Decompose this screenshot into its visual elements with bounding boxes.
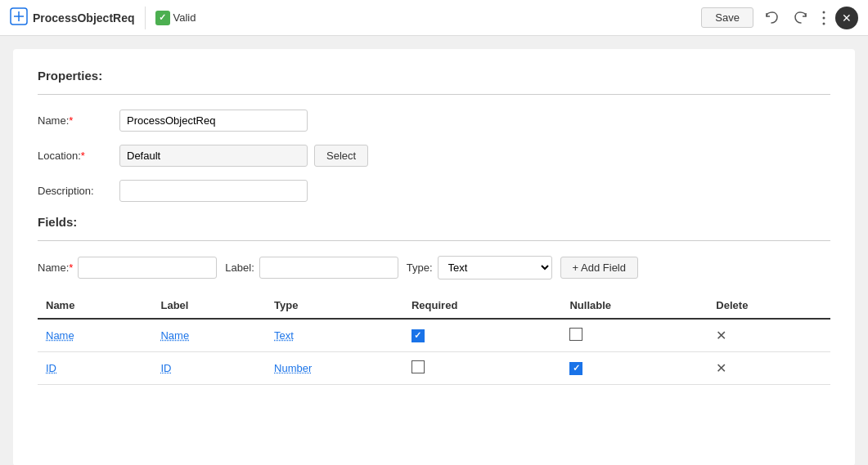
undo-button[interactable] [760,7,783,29]
properties-title: Properties: [38,69,830,83]
fields-table: Name Label Type Required Nullable Delete… [38,293,830,385]
name-label: Name:* [38,114,119,127]
app-icon [10,7,28,28]
cell-label: Name [152,319,266,352]
cell-label: ID [152,352,266,385]
name-input[interactable] [119,110,308,132]
description-input[interactable] [119,180,308,202]
cell-required [403,352,561,385]
field-type-select[interactable]: Text Number Boolean Date [438,256,552,279]
fields-title: Fields: [38,215,830,229]
save-button[interactable]: Save [701,7,753,28]
field-type-label: Type: [407,262,433,274]
field-label-label: Label: [225,262,254,274]
location-input[interactable] [119,145,308,167]
required-checkbox[interactable] [412,360,425,373]
field-type-group: Type: Text Number Boolean Date [407,256,552,279]
th-nullable: Nullable [561,293,708,319]
fields-divider [38,240,830,241]
more-options-button[interactable] [819,7,829,29]
field-name-input[interactable] [78,257,217,279]
svg-point-1 [823,11,825,13]
valid-check-icon: ✓ [155,11,170,25]
name-row: Name:* [38,110,830,132]
app-title: ProcessObjectReq [33,11,135,25]
redo-button[interactable] [789,7,812,29]
svg-point-3 [823,22,825,25]
topbar-divider [145,7,146,29]
valid-label: Valid [173,11,196,24]
cell-name: Name [38,319,152,352]
valid-badge: ✓ Valid [155,11,196,25]
nullable-checkbox[interactable] [569,328,582,341]
field-name-link[interactable]: ID [46,362,56,374]
cell-type: Number [266,352,403,385]
field-name-group: Name:* [38,257,217,279]
field-type-link[interactable]: Text [274,329,294,342]
cell-type: Text [266,319,403,352]
location-row: Location:* Select [38,145,830,167]
th-type: Type [266,293,403,319]
table-row: ID ID Number ✕ [38,352,830,385]
add-field-button[interactable]: + Add Field [560,257,638,279]
properties-divider [38,94,830,95]
topbar: ProcessObjectReq ✓ Valid Save ✕ [0,0,868,36]
field-label-group: Label: [225,257,398,279]
field-name-link[interactable]: Name [46,329,74,342]
main-content: Properties: Name:* Location:* Select Des… [13,49,855,465]
close-button[interactable]: ✕ [835,7,858,29]
th-delete: Delete [708,293,830,319]
name-required: * [69,114,73,127]
delete-button[interactable]: ✕ [716,329,726,342]
table-row: Name Name Text ✕ [38,319,830,352]
cell-required [403,319,561,352]
delete-button[interactable]: ✕ [716,361,726,375]
th-label: Label [152,293,266,319]
add-field-row: Name:* Label: Type: Text Number Boolean … [38,256,830,279]
table-header-row: Name Label Type Required Nullable Delete [38,293,830,319]
description-label: Description: [38,185,119,197]
topbar-actions: Save ✕ [701,7,858,29]
cell-name: ID [38,352,152,385]
field-label-link[interactable]: ID [160,362,171,374]
location-label: Location:* [38,150,119,162]
nullable-checkbox[interactable] [569,362,582,375]
cell-delete: ✕ [708,319,830,352]
field-name-label: Name:* [38,262,73,274]
cell-nullable [561,319,708,352]
cell-nullable [561,352,708,385]
svg-point-2 [823,16,825,19]
field-type-link[interactable]: Number [274,362,312,374]
field-label-link[interactable]: Name [160,329,189,342]
th-required: Required [403,293,561,319]
description-row: Description: [38,180,830,202]
cell-delete: ✕ [708,352,830,385]
location-required: * [81,150,85,162]
field-label-input[interactable] [259,257,398,279]
select-button[interactable]: Select [314,145,368,167]
required-checkbox[interactable] [412,329,425,342]
th-name: Name [38,293,152,319]
